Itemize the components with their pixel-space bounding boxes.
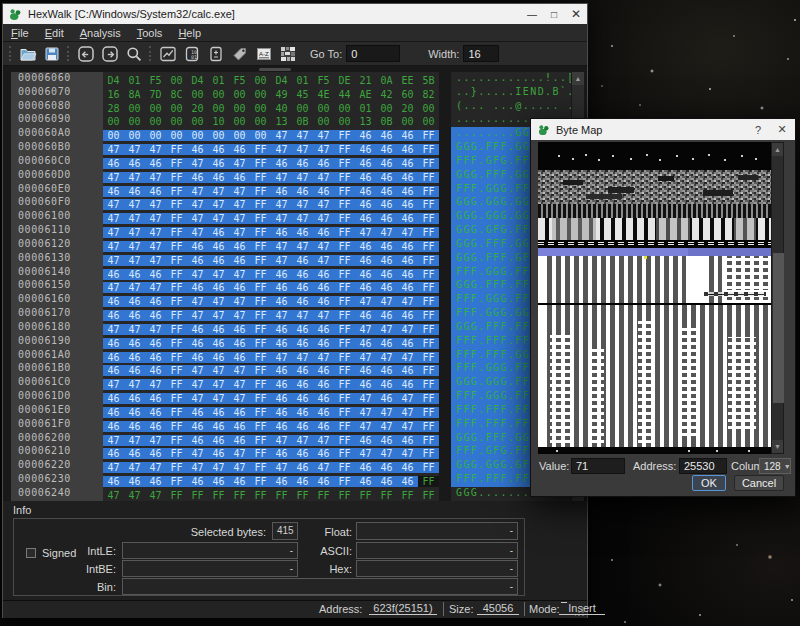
hex-byte[interactable]: FF [418, 130, 439, 141]
hex-row[interactable]: 464646FF474747FF474747FF464646FF [103, 307, 439, 321]
hex-byte[interactable]: FF [418, 407, 439, 418]
hex-byte[interactable]: 47 [313, 310, 334, 321]
strings-a-z-icon[interactable]: A-Z [252, 43, 276, 64]
hex-byte[interactable]: 47 [187, 186, 208, 197]
hex-byte[interactable]: FF [166, 476, 187, 487]
hex-byte[interactable]: 47 [292, 352, 313, 363]
hex-byte[interactable]: 47 [355, 407, 376, 418]
hex-byte[interactable]: 47 [103, 282, 124, 293]
hex-row[interactable]: 464646FF464646FF464646FF474747FF [103, 418, 439, 432]
intbe-field[interactable]: - [122, 560, 298, 577]
hex-byte[interactable]: FF [229, 490, 250, 501]
hex-byte[interactable]: 42 [376, 89, 397, 100]
hex-byte[interactable]: 46 [103, 296, 124, 307]
hex-byte[interactable]: 46 [355, 462, 376, 473]
hex-byte[interactable]: 46 [355, 186, 376, 197]
hex-byte[interactable]: FF [250, 296, 271, 307]
hex-byte[interactable]: FF [250, 241, 271, 252]
hex-byte[interactable]: 47 [292, 241, 313, 252]
hex-byte[interactable]: 47 [187, 448, 208, 459]
hex-byte[interactable]: 47 [397, 296, 418, 307]
hex-byte[interactable]: 46 [292, 462, 313, 473]
hex-byte[interactable]: 40 [271, 103, 292, 114]
hex-byte[interactable]: 47 [187, 393, 208, 404]
hex-byte[interactable]: FF [418, 435, 439, 446]
address-field[interactable]: 25530 [679, 458, 727, 474]
hex-byte[interactable]: 47 [229, 462, 250, 473]
chart-icon[interactable] [156, 43, 180, 64]
hex-byte[interactable]: 47 [397, 448, 418, 459]
hex-row[interactable]: 474747FFFFFFFFFFFFFFFFFFFFFFFFFF [103, 487, 439, 501]
hex-byte[interactable]: 47 [145, 324, 166, 335]
hex-byte[interactable]: 47 [271, 130, 292, 141]
hex-byte[interactable]: 47 [376, 448, 397, 459]
hex-byte[interactable]: 46 [229, 407, 250, 418]
hex-byte[interactable]: FF [166, 435, 187, 446]
hex-byte[interactable]: 47 [124, 282, 145, 293]
hex-byte[interactable]: FF [166, 421, 187, 432]
hex-byte[interactable]: 46 [292, 324, 313, 335]
hex-byte[interactable]: 47 [355, 421, 376, 432]
hex-byte[interactable]: 47 [103, 255, 124, 266]
hex-byte[interactable]: 46 [124, 365, 145, 376]
hex-row[interactable]: 464646FF474747FF464646FF464646FF [103, 362, 439, 376]
hex-byte[interactable]: 46 [292, 227, 313, 238]
hex-byte[interactable]: 46 [271, 393, 292, 404]
hex-byte[interactable]: FF [250, 172, 271, 183]
hex-byte[interactable]: 47 [145, 282, 166, 293]
hex-byte[interactable]: FF [334, 421, 355, 432]
hex-byte[interactable]: 46 [229, 435, 250, 446]
hex-byte[interactable]: 46 [271, 324, 292, 335]
intle-field[interactable]: - [122, 542, 298, 559]
hex-byte[interactable]: 47 [103, 172, 124, 183]
hex-byte[interactable]: 46 [271, 476, 292, 487]
hex-byte[interactable]: FF [166, 448, 187, 459]
hex-byte[interactable]: 00 [145, 116, 166, 127]
hex-byte[interactable]: 46 [229, 324, 250, 335]
hex-byte[interactable]: 0A [376, 75, 397, 86]
hex-byte[interactable]: DE [334, 75, 355, 86]
hex-byte[interactable]: 00 [334, 103, 355, 114]
scroll-up-icon[interactable]: ▲ [572, 72, 584, 85]
hex-byte[interactable]: 46 [187, 144, 208, 155]
hex-byte[interactable]: FF [418, 255, 439, 266]
cancel-button[interactable]: Cancel [734, 475, 784, 491]
hex-row[interactable]: 464646FF464646FF464646FF464646FF [103, 335, 439, 349]
scroll-down-icon[interactable]: ▼ [772, 440, 783, 453]
diff-doc-icon[interactable] [204, 43, 228, 64]
hex-byte[interactable]: 47 [397, 324, 418, 335]
hex-byte[interactable]: FF [334, 435, 355, 446]
hex-byte[interactable]: FF [250, 269, 271, 280]
hex-byte[interactable]: FF [334, 227, 355, 238]
hex-byte[interactable]: 46 [208, 435, 229, 446]
hex-byte[interactable]: 00 [145, 103, 166, 114]
hex-byte[interactable]: 46 [397, 282, 418, 293]
hex-row[interactable]: 464646FF474747FF464646FF474647FF [103, 390, 439, 404]
hex-byte[interactable]: 46 [292, 338, 313, 349]
hex-row[interactable]: 464646FF464646FF464646FF464646FF [103, 473, 439, 487]
hex-byte[interactable]: 0B [376, 116, 397, 127]
hex-byte[interactable]: 46 [271, 269, 292, 280]
hex-byte[interactable]: 46 [103, 476, 124, 487]
hex-byte[interactable]: 46 [376, 186, 397, 197]
hex-byte[interactable]: 46 [292, 407, 313, 418]
hex-byte[interactable]: 46 [313, 282, 334, 293]
save-file-icon[interactable] [40, 43, 64, 64]
hex-byte[interactable]: 47 [103, 241, 124, 252]
hex-byte[interactable]: 46 [229, 421, 250, 432]
hex-byte[interactable]: 46 [376, 462, 397, 473]
hex-byte[interactable]: 46 [397, 269, 418, 280]
hex-byte[interactable]: 46 [187, 324, 208, 335]
undo-icon[interactable] [74, 43, 98, 64]
menu-analysis[interactable]: Analysis [72, 26, 129, 40]
hex-byte[interactable]: FF [418, 324, 439, 335]
hex-byte[interactable]: 00 [250, 75, 271, 86]
hex-byte[interactable]: 46 [103, 421, 124, 432]
hex-byte[interactable]: 46 [124, 476, 145, 487]
hex-byte[interactable]: FF [250, 490, 271, 501]
hex-byte[interactable]: 46 [208, 407, 229, 418]
hex-byte[interactable]: 46 [229, 144, 250, 155]
hex-byte[interactable]: 46 [208, 158, 229, 169]
hex-byte[interactable]: 44 [334, 89, 355, 100]
hex-byte[interactable]: FF [250, 338, 271, 349]
